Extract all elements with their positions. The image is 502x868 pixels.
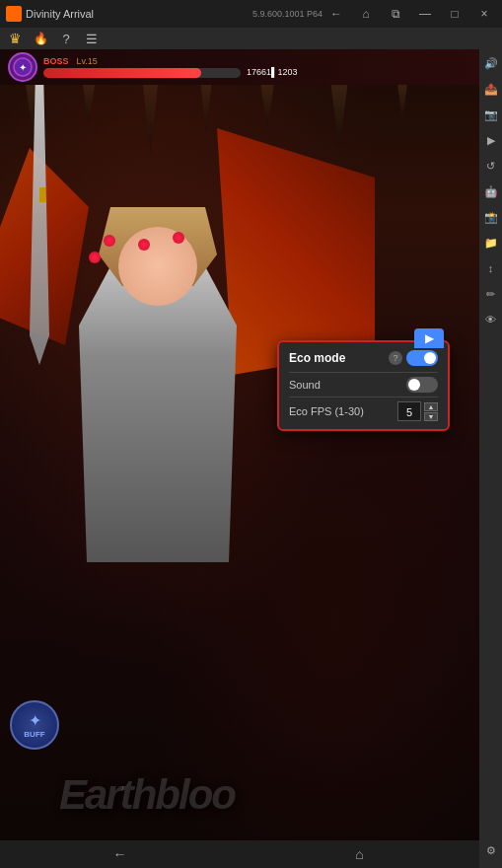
- sound-label: Sound: [289, 379, 321, 391]
- fps-row: Eco FPS (1-30) 5 ▲ ▼: [289, 401, 438, 421]
- boss-hp-fill: [43, 68, 201, 78]
- sidebar-resize-icon[interactable]: ↕: [481, 258, 501, 278]
- sidebar-play-icon[interactable]: ▶: [481, 130, 501, 150]
- sound-toggle-knob: [408, 379, 420, 391]
- boss-avatar: ✦: [8, 52, 37, 82]
- app-title: Divinity Arrival: [26, 8, 249, 20]
- window-titlebar: Divinity Arrival 5.9.600.1001 P64 ← ⌂ ⧉ …: [0, 0, 502, 28]
- toolbar: ♛ 🔥 ? ☰: [0, 28, 502, 49]
- eco-divider-1: [289, 372, 438, 373]
- wing-right: [217, 128, 375, 375]
- sidebar-camera-icon[interactable]: 📷: [481, 105, 501, 124]
- minimize-button[interactable]: —: [411, 0, 439, 28]
- fps-decrement-button[interactable]: ▼: [424, 412, 438, 421]
- bottom-bar: ← ⌂: [0, 840, 479, 868]
- fire-icon[interactable]: 🔥: [32, 30, 49, 47]
- fps-stepper: ▲ ▼: [424, 402, 438, 421]
- eco-toggle-knob: [424, 352, 436, 364]
- eco-controls: ?: [389, 350, 438, 366]
- eco-help-button[interactable]: ?: [389, 351, 402, 365]
- rose-4: [89, 252, 101, 263]
- bottom-back-button[interactable]: ←: [108, 842, 132, 866]
- game-area: ✦ BOSS Lv.15 17661▌1203: [0, 49, 479, 868]
- app-icon: [6, 6, 22, 22]
- eco-mode-popup: ▶ Eco mode ? Sound Eco FPS (: [277, 340, 450, 431]
- sidebar-rotate-icon[interactable]: ↺: [481, 156, 501, 176]
- sidebar-view-icon[interactable]: 👁: [481, 310, 501, 329]
- eco-mode-toggle[interactable]: [406, 350, 438, 366]
- right-sidebar: 🔊 📤 📷 ▶ ↺ 🤖 📸 📁 ↕ ✏ 👁 ⚙: [479, 49, 502, 868]
- sidebar-edit-icon[interactable]: ✏: [481, 284, 501, 304]
- tabs-button[interactable]: ⧉: [382, 0, 409, 28]
- sidebar-settings-icon[interactable]: ⚙: [481, 840, 501, 860]
- eco-divider-2: [289, 397, 438, 398]
- rose-3: [173, 232, 184, 244]
- boss-hp-bar: [43, 68, 241, 78]
- earth-text: Earthbloo: [59, 771, 235, 819]
- boss-hp-text: 17661▌1203: [247, 67, 297, 77]
- sidebar-upload-icon[interactable]: 📤: [481, 79, 501, 99]
- sound-toggle[interactable]: [406, 377, 438, 393]
- question-icon[interactable]: ?: [57, 30, 75, 47]
- window-controls: ← ⌂ ⧉ — □ ×: [323, 0, 498, 28]
- boss-info: BOSS Lv.15 17661▌1203: [43, 56, 471, 78]
- sword: [30, 69, 49, 365]
- buff-label: BUFF: [24, 730, 44, 739]
- sidebar-sound-icon[interactable]: 🔊: [481, 53, 501, 73]
- eco-arrow-tab[interactable]: ▶: [414, 328, 444, 348]
- back-button[interactable]: ←: [323, 0, 350, 28]
- close-button[interactable]: ×: [470, 0, 498, 28]
- boss-label: BOSS: [43, 56, 69, 66]
- rose-2: [138, 239, 150, 251]
- bottom-home-button[interactable]: ⌂: [348, 842, 372, 866]
- sound-row: Sound: [289, 377, 438, 393]
- armor-body: [79, 266, 237, 562]
- crown-icon[interactable]: ♛: [6, 30, 24, 47]
- menu-icon[interactable]: ☰: [83, 30, 101, 47]
- eco-title-row: Eco mode ?: [289, 350, 438, 366]
- buff-button[interactable]: ✦ BUFF: [10, 700, 59, 750]
- fps-value: 5: [397, 401, 421, 421]
- buff-icon: ✦: [29, 711, 41, 730]
- character-head: [118, 227, 197, 306]
- sidebar-robot-icon[interactable]: 🤖: [481, 181, 501, 201]
- fps-increment-button[interactable]: ▲: [424, 402, 438, 411]
- fps-control: 5 ▲ ▼: [397, 401, 438, 421]
- sidebar-folder-icon[interactable]: 📁: [481, 233, 501, 253]
- svg-text:✦: ✦: [19, 62, 27, 73]
- app-subtitle: 5.9.600.1001 P64: [252, 9, 323, 19]
- home-button[interactable]: ⌂: [352, 0, 380, 28]
- boss-bar: ✦ BOSS Lv.15 17661▌1203: [0, 49, 479, 85]
- eco-title: Eco mode: [289, 351, 345, 365]
- fps-label: Eco FPS (1-30): [289, 405, 364, 417]
- sidebar-screenshot-icon[interactable]: 📸: [481, 207, 501, 227]
- rose-1: [104, 235, 115, 247]
- maximize-button[interactable]: □: [441, 0, 468, 28]
- boss-level: Lv.15: [77, 56, 98, 66]
